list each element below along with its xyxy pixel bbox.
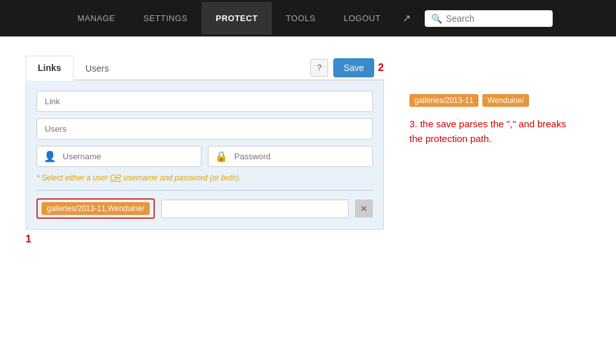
credential-fields: 👤 🔒: [36, 146, 373, 167]
lock-icon: 🔒: [215, 150, 228, 162]
path-row: galleries/2013-11,Wenduine/ ✕: [36, 198, 373, 219]
nav-manage[interactable]: MANAGE: [63, 2, 129, 35]
tabs-header: Links Users ? Save 2: [26, 56, 384, 81]
path-tags-annotation: galleries/2013-11 Wenduine/: [409, 94, 590, 107]
top-navigation: MANAGE SETTINGS PROTECT TOOLS LOGOUT ↗ 🔍: [0, 0, 616, 36]
path-tag: galleries/2013-11,Wenduine/: [42, 202, 150, 215]
password-input[interactable]: [230, 146, 366, 166]
left-panel: Links Users ? Save 2 👤 🔒 * S: [26, 56, 384, 245]
right-panel: galleries/2013-11 Wenduine/ 3. the save …: [409, 56, 590, 245]
link-input[interactable]: [36, 91, 373, 112]
nav-items: MANAGE SETTINGS PROTECT TOOLS LOGOUT ↗ 🔍: [63, 1, 553, 36]
badge-1: 1: [26, 233, 384, 245]
remove-path-button[interactable]: ✕: [355, 200, 373, 218]
form-panel: 👤 🔒 * Select either a user OR username a…: [26, 81, 384, 230]
save-button[interactable]: Save: [333, 58, 374, 77]
annotation-description: 3. the save parses the "," and breaks th…: [409, 117, 569, 146]
path-tag-highlighted: galleries/2013-11,Wenduine/: [36, 198, 155, 219]
remove-icon: ✕: [360, 203, 368, 214]
search-box: 🔍: [425, 10, 553, 27]
username-field-wrapper: 👤: [36, 146, 201, 167]
annotation-tag-1: galleries/2013-11: [409, 94, 478, 107]
tab-users[interactable]: Users: [74, 56, 122, 80]
external-link-icon[interactable]: ↗: [395, 1, 418, 36]
tab-links[interactable]: Links: [26, 56, 74, 81]
nav-tools[interactable]: TOOLS: [272, 2, 329, 35]
search-icon: 🔍: [431, 13, 442, 24]
users-input[interactable]: [36, 118, 373, 139]
help-button[interactable]: ?: [310, 59, 328, 77]
username-input[interactable]: [59, 146, 194, 166]
badge-2: 2: [378, 62, 384, 74]
user-icon: 👤: [43, 150, 56, 162]
hint-text: * Select either a user OR username and p…: [36, 173, 373, 182]
search-input[interactable]: [446, 13, 546, 24]
main-content: Links Users ? Save 2 👤 🔒 * S: [0, 36, 616, 264]
password-field-wrapper: 🔒: [208, 146, 373, 167]
path-input[interactable]: [161, 200, 349, 218]
annotation-tag-2: Wenduine/: [482, 94, 529, 107]
nav-settings[interactable]: SETTINGS: [129, 2, 201, 35]
nav-protect[interactable]: PROTECT: [201, 2, 272, 35]
panel-divider: [36, 190, 373, 191]
nav-logout[interactable]: LOGOUT: [329, 2, 395, 35]
